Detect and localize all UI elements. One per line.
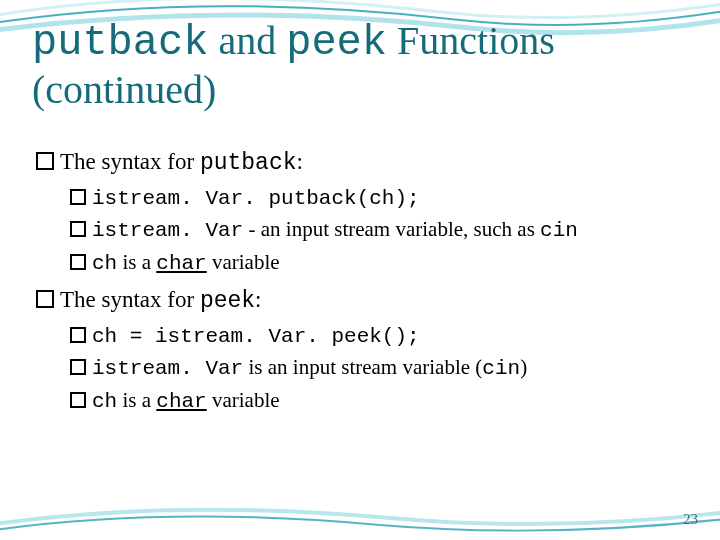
bullet-text: istream. Var - an input stream variable,… bbox=[92, 215, 578, 245]
bullet-text: ch is a char variable bbox=[92, 248, 280, 278]
bullet-2a: ch = istream. Var. peek(); bbox=[70, 321, 686, 351]
bullet-icon bbox=[70, 327, 86, 343]
bullet-2: The syntax for peek: bbox=[36, 284, 686, 317]
bullet-1b: istream. Var - an input stream variable,… bbox=[70, 215, 686, 245]
decoration-bottom bbox=[0, 490, 720, 540]
bullet-icon bbox=[70, 254, 86, 270]
bullet-text: istream. Var. putback(ch); bbox=[92, 183, 420, 213]
bullet-icon bbox=[70, 392, 86, 408]
bullet-2c: ch is a char variable bbox=[70, 386, 686, 416]
bullet-2b: istream. Var is an input stream variable… bbox=[70, 353, 686, 383]
bullet-icon bbox=[36, 290, 54, 308]
bullet-text: ch is a char variable bbox=[92, 386, 280, 416]
bullet-1: The syntax for putback: bbox=[36, 146, 686, 179]
bullet-text: The syntax for putback: bbox=[60, 146, 303, 179]
page-number: 23 bbox=[683, 511, 698, 528]
bullet-icon bbox=[70, 221, 86, 237]
bullet-text: istream. Var is an input stream variable… bbox=[92, 353, 527, 383]
bullet-icon bbox=[70, 359, 86, 375]
bullet-icon bbox=[70, 189, 86, 205]
title-text-1: and bbox=[208, 18, 286, 63]
bullet-1c: ch is a char variable bbox=[70, 248, 686, 278]
title-code-1: putback bbox=[32, 19, 208, 67]
title-code-2: peek bbox=[286, 19, 387, 67]
bullet-text: The syntax for peek: bbox=[60, 284, 262, 317]
slide-content: The syntax for putback: istream. Var. pu… bbox=[36, 146, 686, 418]
bullet-icon bbox=[36, 152, 54, 170]
bullet-text: ch = istream. Var. peek(); bbox=[92, 321, 420, 351]
slide: putback and peek Functions (continued) T… bbox=[0, 0, 720, 540]
slide-title: putback and peek Functions (continued) bbox=[32, 18, 692, 113]
bullet-1a: istream. Var. putback(ch); bbox=[70, 183, 686, 213]
